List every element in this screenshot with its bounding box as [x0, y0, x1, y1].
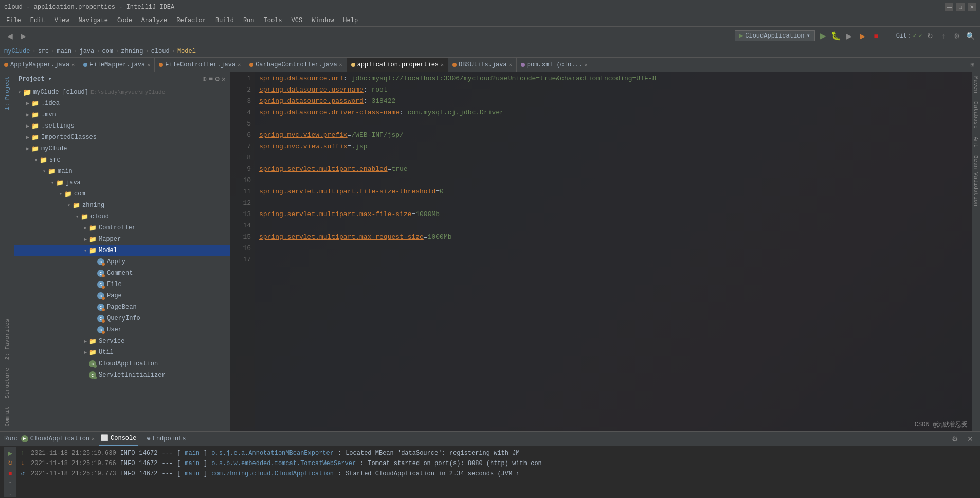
- console-scroll-up-button[interactable]: ↑: [5, 479, 16, 487]
- console-stop-button[interactable]: ■: [5, 469, 16, 477]
- console-restart-button[interactable]: ↻: [5, 459, 16, 467]
- menu-edit[interactable]: Edit: [26, 16, 49, 25]
- tree-controller[interactable]: ▶ 📁 Controller: [14, 222, 230, 234]
- breadcrumb-part-0[interactable]: myClude: [4, 48, 30, 55]
- hide-icon[interactable]: ✕: [222, 75, 226, 83]
- code-editor[interactable]: 1 2 3 4 5 6 7 8 9 10 11 12 13 14 15 16 1…: [230, 72, 972, 431]
- menu-refactor[interactable]: Refactor: [172, 16, 210, 25]
- breadcrumb-part-6[interactable]: cloud: [151, 48, 170, 55]
- tree-cloudapplication[interactable]: C CloudApplication: [14, 358, 230, 369]
- tab-obsutils[interactable]: OBSUtils.java ✕: [448, 58, 517, 72]
- tab-close-icon[interactable]: ✕: [509, 62, 512, 68]
- recent-files-button[interactable]: ⊞: [967, 59, 978, 70]
- tree-importedclasses[interactable]: ▶ 📁 ImportedClasses: [14, 132, 230, 143]
- menu-analyze[interactable]: Analyze: [137, 16, 171, 25]
- settings-icon[interactable]: ⚙: [215, 75, 219, 83]
- tree-user[interactable]: C User: [14, 324, 230, 335]
- tree-util[interactable]: ▶ 📁 Util: [14, 347, 230, 358]
- panel-ant[interactable]: Ant: [972, 133, 980, 151]
- stop-button[interactable]: ■: [870, 30, 882, 42]
- panel-maven[interactable]: Maven: [972, 72, 980, 97]
- tree-root[interactable]: ▾ 📁 myClude [cloud] E:\study\myvue\myClu…: [14, 86, 230, 98]
- tab-application-properties[interactable]: application.properties ✕: [347, 58, 448, 72]
- tree-cloud[interactable]: ▾ 📁 cloud: [14, 211, 230, 222]
- menu-navigate[interactable]: Navigate: [74, 16, 112, 25]
- sync-icon[interactable]: ⊕: [202, 75, 206, 83]
- tab-garbagecontroller[interactable]: GarbageController.java ✕: [245, 58, 347, 72]
- tree-queryinfo[interactable]: C QueryInfo: [14, 313, 230, 324]
- tab-filecontroller[interactable]: FileController.java ✕: [155, 58, 245, 72]
- menu-code[interactable]: Code: [113, 16, 136, 25]
- tab-pomxml[interactable]: pom.xml (clo... ✕: [517, 58, 592, 72]
- tab-close-icon[interactable]: ✕: [441, 62, 444, 68]
- tab-close-icon[interactable]: ✕: [71, 62, 75, 68]
- tab-close-icon[interactable]: ✕: [238, 62, 241, 68]
- breadcrumb-part-3[interactable]: java: [79, 48, 94, 55]
- coverage-button[interactable]: ▶: [844, 30, 855, 42]
- tree-myclude[interactable]: ▶ 📁 myClude: [14, 143, 230, 154]
- breadcrumb-part-7[interactable]: Model: [177, 48, 196, 55]
- console-run-button[interactable]: ▶: [5, 449, 16, 457]
- settings-button[interactable]: ⚙: [951, 30, 963, 42]
- tree-servletinitializer[interactable]: C ServletInitializer: [14, 369, 230, 381]
- menu-build[interactable]: Build: [211, 16, 238, 25]
- tab-filemapper[interactable]: FileMapper.java ✕: [79, 58, 155, 72]
- tree-src[interactable]: ▾ 📁 src: [14, 154, 230, 166]
- menu-window[interactable]: Window: [307, 16, 338, 25]
- push-button[interactable]: ↑: [938, 30, 949, 42]
- tab-endpoints[interactable]: ⊕ Endpoints: [144, 432, 188, 446]
- panel-commit[interactable]: Commit: [3, 402, 11, 431]
- update-button[interactable]: ↻: [924, 30, 936, 42]
- menu-view[interactable]: View: [50, 16, 74, 25]
- panel-database[interactable]: Database: [972, 97, 980, 133]
- tab-console[interactable]: ⬜ Console: [99, 432, 138, 446]
- tree-service[interactable]: ▶ 📁 Service: [14, 335, 230, 347]
- tree-com[interactable]: ▾ 📁 com: [14, 188, 230, 200]
- minimize-button[interactable]: —: [945, 3, 953, 11]
- collapse-icon[interactable]: ≡: [209, 75, 213, 83]
- panel-project[interactable]: 1: Project: [3, 72, 11, 114]
- tree-main[interactable]: ▾ 📁 main: [14, 166, 230, 177]
- breadcrumb-part-4[interactable]: com: [102, 48, 113, 55]
- panel-bean-validation[interactable]: Bean Validation: [972, 151, 980, 210]
- tree-page[interactable]: C Page: [14, 290, 230, 301]
- tree-settings[interactable]: ▶ 📁 .settings: [14, 120, 230, 132]
- run-config-dropdown[interactable]: ▶ CloudApplication ▾: [735, 30, 815, 41]
- run-tab-close[interactable]: ✕: [92, 436, 95, 442]
- breadcrumb-part-5[interactable]: zhning: [121, 48, 143, 55]
- panel-structure[interactable]: Structure: [3, 364, 11, 402]
- tab-applymapper[interactable]: ApplyMapper.java ✕: [0, 58, 79, 72]
- tree-apply[interactable]: C Apply: [14, 256, 230, 268]
- tree-java[interactable]: ▾ 📁 java: [14, 177, 230, 188]
- close-button[interactable]: ✕: [968, 3, 976, 11]
- tree-mapper[interactable]: ▶ 📁 Mapper: [14, 234, 230, 245]
- window-controls[interactable]: — □ ✕: [945, 3, 976, 11]
- tree-zhning[interactable]: ▾ 📁 zhning: [14, 200, 230, 211]
- bottom-hide-button[interactable]: ✕: [965, 433, 976, 444]
- debug-button[interactable]: 🐛: [830, 30, 842, 42]
- tree-comment[interactable]: C Comment: [14, 268, 230, 279]
- console-scroll-down-button[interactable]: ↓: [5, 489, 16, 497]
- search-button[interactable]: 🔍: [965, 30, 976, 42]
- breadcrumb-part-2[interactable]: main: [57, 48, 71, 55]
- menu-vcs[interactable]: VCS: [287, 16, 307, 25]
- maximize-button[interactable]: □: [956, 3, 965, 11]
- breadcrumb-part-1[interactable]: src: [38, 48, 49, 55]
- tab-close-icon[interactable]: ✕: [147, 62, 150, 68]
- menu-help[interactable]: Help: [339, 16, 362, 25]
- forward-button[interactable]: ▶: [17, 30, 29, 42]
- bottom-settings-button[interactable]: ⚙: [949, 433, 960, 444]
- tree-model[interactable]: ▾ 📁 Model: [14, 245, 230, 256]
- menu-run[interactable]: Run: [239, 16, 259, 25]
- tab-close-icon[interactable]: ✕: [585, 62, 588, 68]
- code-content[interactable]: spring.datasource.url: jdbc:mysql://loca…: [255, 72, 972, 431]
- run-button[interactable]: ▶: [817, 30, 828, 42]
- tab-close-icon[interactable]: ✕: [339, 62, 342, 68]
- tree-file[interactable]: C File: [14, 279, 230, 290]
- profile-button[interactable]: ▶: [857, 30, 868, 42]
- menu-tools[interactable]: Tools: [260, 16, 286, 25]
- panel-favorites[interactable]: 2: Favorites: [3, 315, 11, 364]
- tree-mvn[interactable]: ▶ 📁 .mvn: [14, 109, 230, 120]
- tree-pagebean[interactable]: C PageBean: [14, 301, 230, 313]
- back-button[interactable]: ◀: [4, 30, 15, 42]
